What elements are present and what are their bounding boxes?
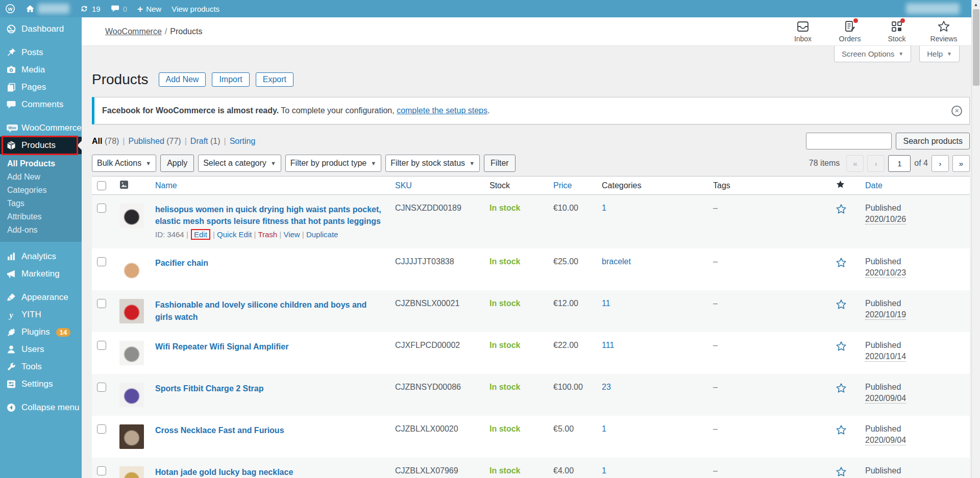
product-thumbnail[interactable] (119, 424, 144, 449)
product-name-link[interactable]: Fashionable and lovely silicone children… (155, 299, 385, 322)
submenu-item-attributes[interactable]: Attributes (0, 210, 82, 223)
column-header-name[interactable]: Name (150, 177, 390, 195)
search-products-button[interactable]: Search products (896, 133, 970, 149)
category-link[interactable]: 1 (602, 466, 606, 475)
view-published[interactable]: Published (129, 137, 164, 145)
row-action-duplicate[interactable]: Duplicate (306, 230, 338, 239)
featured-star-toggle[interactable] (836, 345, 847, 354)
site-home-icon[interactable] (20, 0, 75, 17)
featured-star-toggle[interactable] (836, 387, 847, 395)
select-filter-by-product-type[interactable]: Filter by product type▼ (285, 155, 381, 172)
product-thumbnail[interactable] (119, 257, 144, 282)
sidebar-item-pages[interactable]: Pages (0, 79, 82, 96)
submenu-item-add-ons[interactable]: Add-ons (0, 223, 82, 237)
column-header-date[interactable]: Date (860, 177, 970, 195)
column-header-sku[interactable]: SKU (390, 177, 484, 195)
prev-page-button[interactable]: ‹ (867, 155, 885, 172)
sidebar-item-media[interactable]: Media (0, 61, 82, 79)
column-header-price[interactable]: Price (548, 177, 597, 195)
category-link[interactable]: 23 (602, 383, 611, 391)
featured-star-toggle[interactable] (836, 208, 847, 216)
current-page-input[interactable] (888, 155, 911, 172)
export-button[interactable]: Export (256, 72, 293, 87)
sidebar-item-settings[interactable]: Settings (0, 375, 82, 393)
new-content-button[interactable]: + New (132, 0, 166, 17)
product-name-link[interactable]: Wifi Repeater Wifi Signal Amplifier (155, 341, 288, 353)
product-thumbnail[interactable] (119, 204, 144, 228)
submenu-item-categories[interactable]: Categories (0, 184, 82, 197)
featured-star-toggle[interactable] (836, 303, 847, 312)
sidebar-item-products[interactable]: Products (0, 137, 82, 154)
sidebar-item-appearance[interactable]: Appearance (0, 289, 82, 306)
screen-options-tab[interactable]: Screen Options▼ (834, 46, 911, 62)
user-account-redacted[interactable] (901, 0, 965, 17)
product-name-link[interactable]: Hotan jade gold lucky bag necklace (155, 466, 293, 478)
product-name-link[interactable]: Pacifier chain (155, 257, 208, 269)
row-action-edit[interactable]: Edit (191, 229, 210, 240)
sidebar-item-posts[interactable]: Posts (0, 44, 82, 61)
filter-button[interactable]: Filter (484, 155, 516, 172)
view-draft[interactable]: Draft (190, 137, 208, 145)
apply-button[interactable]: Apply (160, 155, 194, 172)
row-checkbox[interactable] (97, 424, 106, 434)
dismiss-notice-icon[interactable]: ✕ (951, 106, 962, 116)
last-page-button[interactable]: » (952, 155, 970, 172)
view-all[interactable]: All (92, 137, 102, 145)
product-thumbnail[interactable] (119, 299, 144, 323)
row-action-view[interactable]: View (283, 230, 300, 239)
sidebar-item-yith[interactable]: yYITH (0, 306, 82, 323)
comments-indicator[interactable]: 0 (106, 0, 132, 17)
sidebar-item-dashboard[interactable]: Dashboard (0, 20, 82, 38)
row-checkbox[interactable] (97, 257, 106, 266)
product-thumbnail[interactable] (119, 341, 144, 365)
row-checkbox[interactable] (97, 341, 106, 350)
category-link[interactable]: 11 (602, 299, 610, 308)
category-link[interactable]: bracelet (602, 257, 631, 266)
featured-star-toggle[interactable] (836, 429, 847, 437)
featured-column-header[interactable] (830, 177, 860, 195)
product-thumbnail[interactable] (119, 466, 144, 478)
category-link[interactable]: 111 (602, 341, 614, 349)
first-page-button[interactable]: « (846, 155, 864, 172)
import-button[interactable]: Import (212, 72, 249, 87)
sidebar-item-users[interactable]: Users (0, 341, 82, 358)
product-name-link[interactable]: Sports Fitbit Charge 2 Strap (155, 383, 263, 394)
add-new-button[interactable]: Add New (159, 72, 206, 87)
view-sorting[interactable]: Sorting (230, 137, 256, 145)
select-all-checkbox[interactable] (97, 181, 106, 190)
activity-inbox[interactable]: Inbox (787, 20, 819, 43)
setup-steps-link[interactable]: complete the setup steps (397, 106, 487, 115)
select-select-a-category[interactable]: Select a category▼ (198, 155, 281, 172)
sidebar-item-analytics[interactable]: Analytics (0, 248, 82, 265)
scroll-up-arrow-icon[interactable]: ▲ (972, 0, 980, 9)
sidebar-item-plugins[interactable]: Plugins14 (0, 323, 82, 341)
sidebar-item-comments[interactable]: Comments (0, 96, 82, 113)
featured-star-toggle[interactable] (836, 261, 847, 270)
row-action-quick-edit[interactable]: Quick Edit (217, 230, 252, 239)
scrollbar[interactable]: ▲ (971, 0, 980, 478)
activity-reviews[interactable]: Reviews (928, 20, 960, 43)
row-checkbox[interactable] (97, 299, 106, 308)
breadcrumb-woocommerce-link[interactable]: WooCommerce (105, 27, 162, 36)
activity-stock[interactable]: Stock (881, 20, 913, 43)
row-checkbox[interactable] (97, 466, 106, 475)
activity-orders[interactable]: Orders (834, 20, 866, 43)
product-name-link[interactable]: Cross Necklace Fast and Furious (155, 424, 284, 436)
sidebar-item-marketing[interactable]: Marketing (0, 265, 82, 283)
help-tab[interactable]: Help▼ (919, 46, 960, 62)
select-filter-by-stock-status[interactable]: Filter by stock status▼ (385, 155, 480, 172)
row-checkbox[interactable] (97, 383, 106, 392)
next-page-button[interactable]: › (932, 155, 949, 172)
row-action-trash[interactable]: Trash (258, 230, 277, 239)
submenu-item-tags[interactable]: Tags (0, 197, 82, 210)
submenu-item-all-products[interactable]: All Products (0, 157, 82, 170)
row-checkbox[interactable] (97, 204, 106, 213)
submenu-item-add-new[interactable]: Add New (0, 170, 82, 184)
sidebar-item-tools[interactable]: Tools (0, 358, 82, 375)
product-thumbnail[interactable] (119, 383, 144, 407)
view-products-link[interactable]: View products (166, 0, 225, 17)
search-input[interactable] (806, 133, 892, 149)
sidebar-item-collapse-menu[interactable]: Collapse menu (0, 399, 82, 416)
updates-indicator[interactable]: 19 (75, 0, 106, 17)
select-bulk-actions[interactable]: Bulk Actions▼ (92, 155, 156, 172)
